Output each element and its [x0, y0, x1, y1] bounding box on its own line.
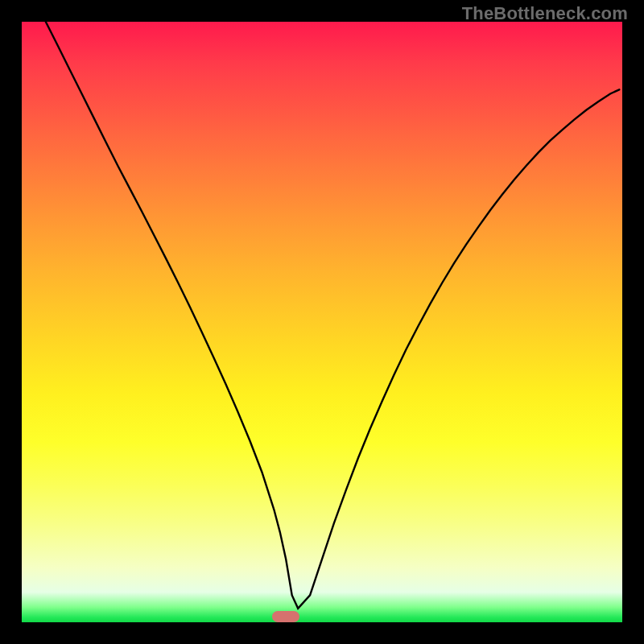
chart-frame: TheBottleneck.com [0, 0, 644, 644]
bottleneck-curve [0, 0, 644, 644]
curve-path [46, 22, 620, 609]
optimum-marker [272, 611, 299, 622]
watermark-text: TheBottleneck.com [462, 3, 628, 24]
